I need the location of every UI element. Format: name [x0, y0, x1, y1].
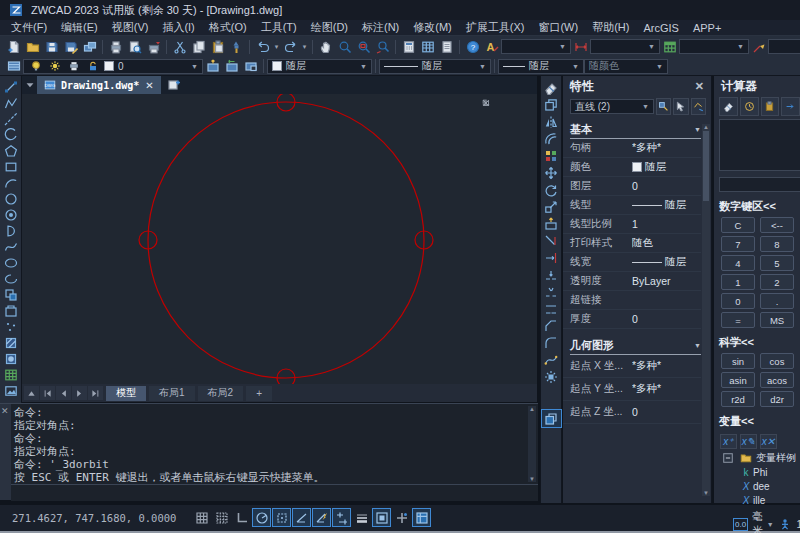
- layer-combo[interactable]: 0▼: [23, 59, 203, 74]
- tracking-toggle[interactable]: [332, 508, 351, 527]
- menu-item[interactable]: 插入(I): [155, 20, 201, 35]
- paste-value-icon[interactable]: [761, 97, 780, 116]
- unit-chevron-icon[interactable]: ▼: [767, 521, 774, 528]
- dropdown-arrow-icon[interactable]: ▾: [300, 38, 309, 56]
- delete-variable-icon[interactable]: x✕: [760, 434, 777, 449]
- linetype-combo[interactable]: 随层▼: [379, 59, 491, 74]
- calc-key[interactable]: d2r: [760, 391, 794, 407]
- break-point-icon[interactable]: [542, 266, 561, 283]
- paste-icon[interactable]: [208, 38, 227, 56]
- section-collapse-icon[interactable]: ▼: [694, 342, 701, 349]
- quick-select-icon[interactable]: [656, 98, 671, 115]
- menu-item[interactable]: 视图(V): [105, 20, 156, 35]
- nav-next-icon[interactable]: [72, 386, 87, 400]
- calc-key[interactable]: sin: [721, 353, 755, 369]
- menu-item[interactable]: 帮助(H): [585, 20, 636, 35]
- property-value[interactable]: 随层: [632, 255, 701, 269]
- circle-icon[interactable]: [1, 191, 20, 207]
- clear-history-icon[interactable]: [719, 97, 738, 116]
- rotate-icon[interactable]: [542, 181, 561, 198]
- array-icon[interactable]: [542, 147, 561, 164]
- nav-last-icon[interactable]: [88, 386, 103, 400]
- model-toggle[interactable]: [372, 508, 391, 527]
- scientific-section-label[interactable]: 科学<<: [714, 328, 800, 353]
- scale-icon[interactable]: [542, 198, 561, 215]
- add-layout-tab[interactable]: +: [246, 386, 272, 401]
- calc-key[interactable]: 2: [760, 274, 794, 290]
- print-preview-icon[interactable]: [125, 38, 144, 56]
- mirror-icon[interactable]: [542, 113, 561, 130]
- point-icon[interactable]: [1, 319, 20, 335]
- menu-item[interactable]: 工具(T): [254, 20, 304, 35]
- pan-icon[interactable]: [316, 38, 335, 56]
- toggle-pickadd-icon[interactable]: [691, 98, 706, 115]
- menu-item[interactable]: 编辑(E): [54, 20, 105, 35]
- property-value[interactable]: 0: [632, 313, 701, 325]
- calc-key[interactable]: 7: [721, 236, 755, 252]
- calc-key[interactable]: cos: [760, 353, 794, 369]
- property-value[interactable]: *多种*: [632, 359, 701, 373]
- tab-close-icon[interactable]: ✕: [143, 80, 155, 91]
- edit-variable-icon[interactable]: x✎: [740, 434, 757, 449]
- match-properties-icon[interactable]: [227, 38, 246, 56]
- gradient-icon[interactable]: [1, 351, 20, 367]
- calc-key[interactable]: C: [721, 217, 755, 233]
- calc-key[interactable]: <--: [760, 217, 794, 233]
- command-input[interactable]: [11, 484, 538, 501]
- dim-style-combo[interactable]: ▼: [590, 39, 660, 54]
- menu-item[interactable]: APP+: [686, 22, 728, 34]
- sheet-icon[interactable]: [437, 38, 456, 56]
- break-icon[interactable]: [542, 283, 561, 300]
- switch-window-icon[interactable]: [541, 409, 562, 428]
- ellipse-icon[interactable]: [1, 255, 20, 271]
- calc-key[interactable]: r2d: [721, 391, 755, 407]
- properties-section-header[interactable]: 基本▼: [570, 121, 701, 139]
- ucs-toggle[interactable]: [412, 508, 431, 527]
- selection-combo[interactable]: 直线 (2) ▼: [570, 99, 654, 114]
- calculator-icon[interactable]: [399, 38, 418, 56]
- property-value[interactable]: 1: [632, 218, 701, 230]
- zoom-previous-icon[interactable]: [373, 38, 392, 56]
- copy-icon[interactable]: [189, 38, 208, 56]
- redo-icon[interactable]: [281, 38, 300, 56]
- trim-icon[interactable]: [542, 232, 561, 249]
- lineweight-toggle[interactable]: [352, 508, 371, 527]
- variable-item[interactable]: Xdee: [720, 479, 800, 493]
- line-icon[interactable]: [1, 79, 20, 95]
- spline-icon[interactable]: [1, 239, 20, 255]
- properties-scrollbar[interactable]: ▲▼: [702, 124, 710, 496]
- snap-toggle[interactable]: [212, 508, 231, 527]
- new-icon[interactable]: [4, 38, 23, 56]
- command-scrollbar[interactable]: ▲▼: [528, 406, 536, 482]
- zoom-icon[interactable]: [335, 38, 354, 56]
- chamfer-icon[interactable]: [542, 317, 561, 334]
- calc-key[interactable]: 5: [760, 255, 794, 271]
- main-circle-entity[interactable]: [148, 102, 424, 378]
- make-block-icon[interactable]: [1, 303, 20, 319]
- table-style-combo[interactable]: ▼: [679, 39, 749, 54]
- move-icon[interactable]: [542, 164, 561, 181]
- polar-toggle[interactable]: [252, 508, 271, 527]
- new-variable-icon[interactable]: x⁺: [720, 434, 737, 449]
- property-value[interactable]: 随层: [632, 198, 701, 212]
- calc-key[interactable]: .: [760, 293, 794, 309]
- ortho-toggle[interactable]: [232, 508, 251, 527]
- ellipse-arc-icon[interactable]: [1, 271, 20, 287]
- cloud-icon[interactable]: [80, 38, 99, 56]
- menu-item[interactable]: 修改(M): [406, 20, 459, 35]
- calc-key[interactable]: 0: [721, 293, 755, 309]
- new-document-icon[interactable]: [165, 76, 184, 94]
- property-value[interactable]: 随层: [632, 160, 701, 174]
- hatch-icon[interactable]: [1, 335, 20, 351]
- property-value[interactable]: *多种*: [632, 141, 701, 155]
- lineweight-badge[interactable]: 0.0: [733, 518, 748, 531]
- layer-states-icon[interactable]: [241, 57, 260, 75]
- layout-tab[interactable]: 模型: [106, 386, 146, 401]
- variables-section-label[interactable]: 变量<<: [714, 407, 800, 432]
- menu-item[interactable]: 文件(F): [4, 20, 54, 35]
- menu-item[interactable]: ArcGIS: [636, 22, 685, 34]
- dyninput-toggle[interactable]: [312, 508, 331, 527]
- help-icon[interactable]: ?: [463, 38, 482, 56]
- calc-key[interactable]: 4: [721, 255, 755, 271]
- plotstyle-combo[interactable]: 随颜色▼: [584, 59, 668, 74]
